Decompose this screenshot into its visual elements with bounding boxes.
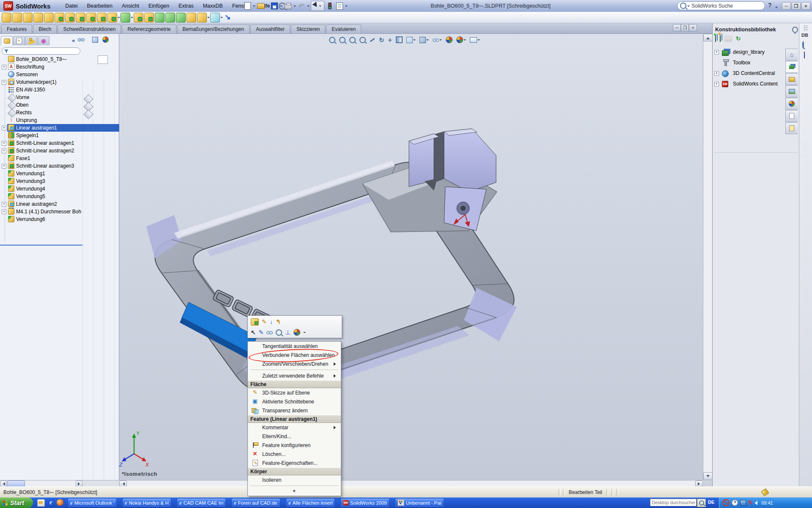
tree-item[interactable]: Ursprung bbox=[0, 116, 119, 124]
close-button[interactable]: × bbox=[801, 2, 810, 10]
toolbar-icon[interactable] bbox=[176, 13, 186, 22]
toolbar-icon[interactable] bbox=[44, 13, 54, 22]
tab-appearances-scenes[interactable] bbox=[785, 98, 798, 110]
language-indicator[interactable]: DE bbox=[708, 500, 714, 505]
viewport-horizontal-scrollbar[interactable] bbox=[119, 480, 703, 486]
tree-item[interactable]: Beschriftung bbox=[0, 63, 119, 71]
new-document-button[interactable] bbox=[243, 2, 252, 10]
toolbar-icon[interactable] bbox=[186, 13, 197, 22]
model-bracket[interactable] bbox=[362, 129, 497, 232]
library-search-icon[interactable] bbox=[802, 41, 804, 49]
tree-item[interactable]: EN AW-1350 bbox=[0, 86, 119, 94]
menu-item[interactable]: MaxxDB bbox=[198, 3, 228, 9]
tree-horizontal-scrollbar[interactable] bbox=[0, 480, 82, 486]
desktop-search-input[interactable] bbox=[650, 499, 697, 506]
tree-item[interactable]: Schnitt-Linear austragen2 bbox=[0, 147, 119, 155]
context-menu-entry[interactable]: Verbundene Flächen auswählen bbox=[248, 351, 341, 359]
restore-button[interactable]: ❐ bbox=[792, 2, 801, 10]
tab-custom-properties[interactable] bbox=[785, 110, 798, 122]
open-caret[interactable] bbox=[266, 6, 269, 8]
heads-up-icon[interactable] bbox=[370, 39, 375, 41]
toolbar-icon[interactable] bbox=[1, 13, 12, 22]
select-other-icon[interactable]: ↖ bbox=[251, 329, 256, 336]
library-save-icon[interactable] bbox=[804, 52, 805, 58]
heads-up-icon[interactable] bbox=[388, 37, 392, 43]
expand-toggle[interactable] bbox=[2, 80, 6, 85]
new-caret[interactable] bbox=[253, 6, 255, 8]
tree-item[interactable]: Oben bbox=[0, 101, 119, 109]
tree-item[interactable]: Verrundung3 bbox=[0, 177, 119, 185]
heads-up-icon[interactable] bbox=[396, 36, 403, 43]
tree-item[interactable]: Linear austragen2 bbox=[0, 200, 119, 208]
context-menu-entry[interactable]: Eltern/Kind... bbox=[248, 432, 341, 441]
toolbar-icon[interactable] bbox=[54, 13, 65, 22]
toolbar-icon[interactable] bbox=[86, 13, 96, 22]
tree-item[interactable]: Fase1 bbox=[0, 155, 119, 162]
save-caret[interactable] bbox=[280, 6, 283, 8]
appearance-icon[interactable] bbox=[294, 329, 300, 336]
toolbar-icon[interactable] bbox=[197, 13, 210, 22]
search-caret[interactable] bbox=[687, 6, 690, 8]
help-button[interactable]: ? bbox=[768, 2, 772, 8]
tab-view-palette[interactable] bbox=[785, 86, 798, 97]
heads-up-icon[interactable] bbox=[420, 37, 429, 43]
context-menu-entry[interactable]: 3D-Skizze auf Ebene bbox=[248, 388, 341, 397]
quick-launch-mail-icon[interactable] bbox=[37, 499, 45, 507]
zoom-to-selection-icon[interactable] bbox=[276, 329, 282, 336]
open-button[interactable] bbox=[257, 2, 265, 10]
menu-item[interactable]: Ansicht bbox=[117, 3, 144, 9]
solidworks-search-box[interactable]: SolidWorks Suche bbox=[677, 1, 765, 10]
context-menu-entry[interactable] bbox=[248, 368, 341, 371]
collapse-pane-arrows[interactable]: « bbox=[72, 37, 74, 44]
tab-design-library[interactable] bbox=[785, 61, 798, 73]
expand-toggle[interactable] bbox=[2, 141, 6, 146]
refresh-button[interactable]: ↻ bbox=[736, 35, 741, 42]
heads-up-icon[interactable] bbox=[406, 37, 416, 43]
expand-toggle[interactable] bbox=[2, 65, 6, 69]
add-file-location-button[interactable] bbox=[720, 36, 721, 41]
expand-toggle[interactable] bbox=[2, 202, 6, 207]
quick-launch-media-player-icon[interactable] bbox=[57, 499, 63, 506]
tag-icon[interactable] bbox=[761, 488, 769, 496]
tree-item[interactable]: Verrundung1 bbox=[0, 170, 119, 177]
toolbar-icon[interactable] bbox=[107, 13, 120, 22]
tree-item[interactable]: Linear austragen1 bbox=[0, 124, 119, 132]
tab-feature-manager[interactable] bbox=[1, 36, 13, 45]
expand-toggle[interactable] bbox=[2, 149, 6, 153]
library-tree-item[interactable]: design_library bbox=[713, 47, 785, 58]
model-3d[interactable]: Y X Z bbox=[119, 34, 703, 480]
toolbar-icon[interactable] bbox=[33, 13, 44, 22]
context-menu-entry[interactable]: Löschen... bbox=[248, 450, 341, 458]
doc-close-button[interactable]: × bbox=[689, 24, 697, 31]
toolbar-icon[interactable] bbox=[22, 13, 33, 22]
heads-up-icon[interactable] bbox=[329, 37, 335, 43]
task-button[interactable]: CAD CAM CAE Infos ... bbox=[177, 498, 226, 507]
context-menu-entry[interactable]: Zuletzt verwendete Befehle bbox=[248, 371, 341, 380]
toolbar-icon[interactable] bbox=[154, 13, 165, 22]
interrupt-button[interactable] bbox=[326, 2, 334, 10]
context-menu-entry[interactable] bbox=[248, 484, 341, 487]
tree-item[interactable]: Schnitt-Linear austragen1 bbox=[0, 139, 119, 147]
context-menu-entry[interactable]: Körper bbox=[248, 467, 341, 475]
options-caret[interactable] bbox=[345, 6, 348, 8]
context-menu-entry[interactable]: Feature konfigurieren bbox=[248, 441, 341, 450]
expand-toggle[interactable] bbox=[2, 210, 6, 214]
sketch-icon[interactable]: ✎ bbox=[259, 329, 264, 336]
print-caret[interactable] bbox=[294, 6, 296, 8]
appearance-caret[interactable] bbox=[303, 332, 306, 334]
heads-up-icon[interactable] bbox=[446, 36, 453, 43]
tree-filter-box[interactable] bbox=[2, 47, 80, 55]
heads-up-icon[interactable] bbox=[456, 36, 466, 43]
heads-up-icon[interactable] bbox=[379, 37, 384, 43]
tab-dimxpert[interactable]: ⊕ bbox=[38, 36, 49, 45]
toolbar-icon[interactable] bbox=[75, 13, 86, 22]
context-menu-entry[interactable]: Isolieren bbox=[248, 475, 341, 484]
rollback-icon[interactable]: ↓ bbox=[270, 318, 273, 325]
context-menu-entry[interactable]: Tangentialität auswählen bbox=[248, 342, 341, 351]
tree-item[interactable]: Sensoren bbox=[0, 71, 119, 78]
context-menu-entry[interactable]: Aktivierte Schnittebene bbox=[248, 397, 341, 406]
tray-n-icon[interactable]: N bbox=[748, 500, 752, 506]
doc-minimize-button[interactable]: ─ bbox=[673, 24, 681, 31]
toolbar-icon[interactable] bbox=[165, 13, 176, 22]
toolbar-icon[interactable] bbox=[144, 13, 154, 22]
